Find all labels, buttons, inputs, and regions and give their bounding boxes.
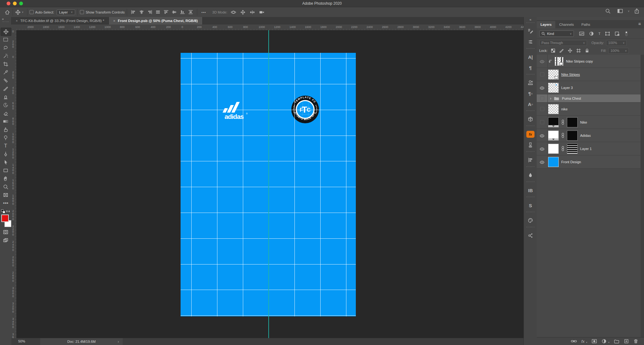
tab-front-design[interactable]: × Front Design.psb @ 50% (Puma Chest, RG…: [109, 17, 202, 25]
tab-layers[interactable]: Layers: [537, 21, 555, 28]
align-bottom-icon[interactable]: [180, 10, 185, 14]
filter-adjustment-icon[interactable]: [589, 31, 594, 36]
ib-panel-panel-button[interactable]: IB: [524, 185, 537, 196]
auto-select-checkbox[interactable]: [30, 10, 34, 14]
layer-row-nike[interactable]: Nike: [537, 116, 641, 129]
add-mask-icon[interactable]: [591, 339, 597, 344]
tool-screen-box[interactable]: [1, 191, 11, 199]
canvas-area[interactable]: adidas ® TEMPLATE FC SPORTS MOCK-UP: [16, 30, 524, 338]
tab-paths[interactable]: Paths: [578, 21, 594, 28]
drag-handle[interactable]: [526, 151, 535, 154]
tool-brush[interactable]: [1, 85, 11, 92]
lock-artboard-icon[interactable]: [576, 48, 581, 53]
tool-crop[interactable]: [1, 60, 11, 68]
horizontal-ruler[interactable]: 2000180016001400120010008006004002000200…: [16, 25, 524, 31]
drag-handle[interactable]: [526, 166, 535, 169]
layer-list-scrollbar[interactable]: [641, 55, 644, 337]
align-left-icon[interactable]: [131, 10, 136, 14]
tool-move[interactable]: [1, 28, 11, 36]
lock-transparent-icon[interactable]: [551, 48, 556, 53]
vertical-ruler[interactable]: 4002000200400600800100012001400160018002…: [11, 30, 17, 338]
tool-marquee[interactable]: [1, 36, 11, 43]
layer-mask-thumbnail[interactable]: [567, 131, 578, 141]
tool-dodge[interactable]: [1, 134, 11, 142]
tool-hand[interactable]: [1, 175, 11, 182]
layer-thumbnail[interactable]: [555, 57, 563, 66]
visibility-toggle[interactable]: [537, 155, 548, 168]
search-icon[interactable]: [605, 8, 611, 14]
layer-name[interactable]: Layer 3: [561, 86, 573, 90]
visibility-toggle[interactable]: [537, 68, 548, 81]
drag-handle[interactable]: [526, 197, 535, 199]
move-tool-icon[interactable]: [15, 9, 21, 15]
lock-all-icon[interactable]: [585, 48, 590, 53]
drag-handle[interactable]: [526, 227, 535, 229]
align-middle-v-icon[interactable]: [171, 10, 177, 14]
blender-panel-button[interactable]: [524, 140, 537, 150]
tool-eraser[interactable]: [1, 109, 11, 117]
chevron-down-icon[interactable]: ∨: [628, 10, 630, 13]
align-top-icon[interactable]: [163, 10, 169, 14]
share-node-panel-button[interactable]: [524, 230, 537, 241]
camera-3d-icon[interactable]: [259, 9, 265, 15]
kind-filter-dropdown[interactable]: Kind ∨: [539, 31, 574, 37]
s-panel-panel-button[interactable]: S: [524, 200, 537, 211]
toolbar-collapse-button[interactable]: »: [2, 17, 4, 21]
fill-field[interactable]: 100% ∨: [608, 48, 629, 54]
document-info[interactable]: Doc: 21.4M/19.6M ›: [40, 338, 123, 345]
layer-effects-icon[interactable]: fx: [581, 339, 585, 344]
screen-mode-button[interactable]: [1, 236, 11, 244]
delete-layer-icon[interactable]: [633, 339, 638, 344]
opacity-field[interactable]: 100% ∨: [606, 40, 627, 46]
tool-history-brush[interactable]: [1, 101, 11, 109]
foreground-color-swatch[interactable]: [1, 214, 9, 222]
new-group-icon[interactable]: [614, 339, 619, 344]
drag-handle[interactable]: [526, 181, 535, 184]
tool-smudge[interactable]: [1, 126, 11, 133]
vertical-guide[interactable]: [268, 30, 269, 338]
zoom-level-field[interactable]: 50%: [18, 339, 25, 343]
tool-gradient[interactable]: [1, 118, 11, 125]
link-layers-icon[interactable]: [571, 339, 577, 343]
close-icon[interactable]: ×: [16, 19, 18, 23]
layer-row-puma-chest[interactable]: ›Puma Chest: [537, 94, 641, 103]
layer-thumbnail[interactable]: [548, 157, 559, 167]
drag-handle[interactable]: [526, 22, 535, 25]
layer-row-nike-stripes[interactable]: Nike Stripes: [537, 68, 641, 81]
auto-select-target-dropdown[interactable]: Layer ∨: [57, 9, 75, 15]
blend-mode-dropdown[interactable]: Pass Through ∨: [539, 40, 587, 46]
brushes-panel-button[interactable]: [524, 36, 537, 47]
collapse-panels-icon[interactable]: «: [524, 17, 537, 21]
tab-channels[interactable]: Channels: [555, 21, 577, 28]
paragraph-panel-button[interactable]: ¶: [524, 62, 537, 73]
drag-handle[interactable]: [526, 110, 535, 113]
filter-shape-icon[interactable]: [605, 31, 610, 36]
layer-thumbnail[interactable]: [548, 144, 559, 154]
layer-thumbnail[interactable]: [548, 83, 559, 93]
align-center-h-icon[interactable]: [139, 10, 144, 14]
layer-name[interactable]: Layer 1: [580, 147, 592, 151]
layer-name[interactable]: nike: [561, 107, 568, 111]
layer-name[interactable]: Adidas: [580, 134, 591, 137]
home-icon[interactable]: [4, 9, 10, 15]
visibility-toggle[interactable]: [537, 116, 548, 129]
cube-3d-panel-button[interactable]: [524, 114, 537, 125]
layer-name[interactable]: Puma Chest: [562, 97, 581, 100]
status-chevron-icon[interactable]: ›: [118, 340, 119, 343]
layer-row-nike-stripes-copy[interactable]: Nike Stripes copy: [537, 55, 641, 68]
visibility-toggle[interactable]: [537, 55, 548, 68]
filter-pixel-icon[interactable]: [579, 31, 585, 36]
layer-row-nike[interactable]: nike: [537, 103, 641, 116]
align-right-icon[interactable]: [147, 10, 153, 14]
filter-type-icon[interactable]: T: [598, 32, 601, 36]
visibility-toggle[interactable]: [537, 94, 548, 102]
brush-settings-panel-button[interactable]: [524, 26, 537, 36]
layer-thumbnail[interactable]: [548, 104, 559, 114]
filter-toggle-icon[interactable]: [624, 31, 629, 36]
workspace-switcher-icon[interactable]: [617, 8, 623, 14]
layer-mask-thumbnail[interactable]: [567, 144, 578, 154]
layer-name[interactable]: Nike Stripes copy: [566, 59, 593, 63]
orbit-3d-icon[interactable]: [231, 9, 236, 15]
tool-clone-stamp[interactable]: [1, 93, 11, 101]
color-palette-panel-button[interactable]: [524, 215, 537, 226]
